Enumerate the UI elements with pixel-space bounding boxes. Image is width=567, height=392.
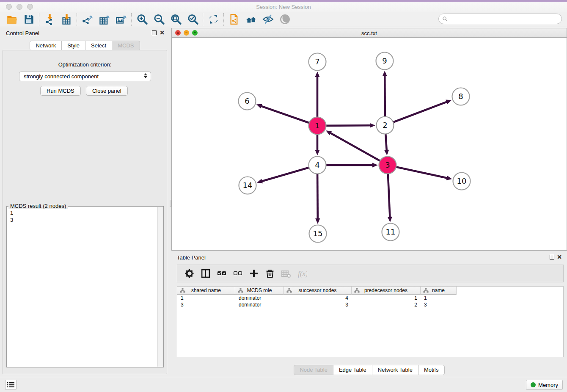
edge-arrow-icon	[315, 218, 320, 224]
edge-3-1[interactable]	[330, 133, 388, 165]
column-header-MCDS-role[interactable]: MCDS role	[235, 287, 284, 295]
graph-node-9[interactable]: 9	[376, 52, 394, 70]
home-layout-icon	[245, 14, 257, 25]
tab-network-table[interactable]: Network Table	[372, 365, 418, 375]
graph-node-4[interactable]: 4	[309, 157, 326, 174]
column-header-predecessor-nodes[interactable]: predecessor nodes	[352, 287, 421, 295]
duplicate-network-button[interactable]	[226, 13, 242, 26]
network-canvas[interactable]: 7968124314101511	[172, 38, 567, 250]
export-image-button[interactable]	[113, 13, 129, 26]
graph-node-11[interactable]: 11	[382, 224, 399, 241]
select-all-icon	[217, 268, 227, 279]
table-settings-button[interactable]	[182, 266, 198, 281]
export-network-button[interactable]	[79, 13, 96, 26]
optimization-criterion-label: Optimization criterion:	[3, 61, 167, 68]
column-header-shared-name[interactable]: shared name	[177, 287, 235, 295]
open-session-icon	[6, 14, 18, 25]
import-network-button[interactable]	[41, 13, 58, 26]
zoom-out-button[interactable]	[150, 13, 167, 26]
tab-select[interactable]: Select	[85, 41, 112, 51]
table-cell[interactable]: 1	[352, 295, 421, 301]
graph-node-6[interactable]: 6	[239, 93, 256, 110]
table-panel: Table Panel ✕ f(x) shared nameMCDS roles…	[171, 251, 567, 377]
export-table-button[interactable]	[96, 13, 113, 26]
export-table-icon	[99, 14, 110, 25]
list-icon	[7, 382, 14, 388]
status-bar: Memory	[0, 377, 567, 392]
zoom-in-icon	[136, 14, 148, 25]
graph-node-1[interactable]: 1	[309, 117, 326, 135]
delete-column-button[interactable]	[262, 266, 278, 281]
mcds-result-text[interactable]: 1 3	[7, 207, 156, 366]
graph-node-10[interactable]: 10	[453, 173, 471, 190]
graph-node-8[interactable]: 8	[452, 88, 470, 105]
search-box[interactable]	[438, 14, 562, 24]
edge-2-8[interactable]	[385, 102, 447, 125]
run-mcds-button[interactable]: Run MCDS	[40, 86, 81, 96]
window-title: Session: New Session	[0, 4, 567, 10]
delete-column-icon	[265, 268, 275, 279]
graph-node-3[interactable]: 3	[379, 157, 396, 174]
column-tree-icon	[286, 288, 292, 293]
tab-mcds[interactable]: MCDS	[112, 41, 140, 51]
zoom-in-button[interactable]	[133, 13, 150, 26]
column-header-name[interactable]: name	[421, 287, 457, 295]
add-column-button[interactable]	[246, 266, 262, 281]
graph-node-14[interactable]: 14	[239, 177, 256, 194]
table-cell[interactable]: 2	[352, 301, 421, 308]
zoom-fit-button[interactable]	[167, 13, 184, 26]
import-table-button[interactable]	[58, 13, 75, 26]
table-cell[interactable]: 1	[421, 295, 457, 301]
column-header-successor-nodes[interactable]: successor nodes	[284, 287, 352, 295]
tab-style[interactable]: Style	[62, 41, 85, 51]
table-cell[interactable]: 3	[177, 301, 235, 308]
graph-node-2[interactable]: 2	[377, 117, 394, 134]
float-table-panel-icon[interactable]	[550, 255, 554, 259]
close-panel-button[interactable]: Close panel	[86, 86, 128, 96]
mcds-result-scrollbar[interactable]	[157, 207, 163, 367]
refresh-button[interactable]	[205, 13, 222, 26]
tab-node-table[interactable]: Node Table	[294, 365, 333, 375]
svg-text:6: 6	[245, 97, 249, 105]
float-panel-icon[interactable]	[152, 30, 157, 35]
edge-3-10[interactable]	[388, 165, 448, 178]
svg-text:15: 15	[313, 229, 323, 238]
graph-node-15[interactable]: 15	[309, 225, 327, 243]
task-history-button[interactable]	[5, 380, 17, 390]
split-panel-button[interactable]	[198, 266, 214, 281]
table-row[interactable]: 3dominator323	[177, 301, 563, 308]
toggle-view-button[interactable]	[276, 13, 293, 26]
deselect-all-button[interactable]	[230, 266, 246, 281]
zoom-fit-icon	[170, 14, 182, 25]
network-window-titlebar[interactable]: x−+ scc.txt	[172, 28, 567, 38]
network-view-window: x−+ scc.txt 7968124314101511	[171, 28, 567, 251]
export-image-icon	[116, 14, 127, 25]
toolbar-group	[39, 13, 77, 26]
save-session-button[interactable]	[20, 13, 37, 26]
tab-motifs[interactable]: Motifs	[418, 365, 445, 375]
table-cell[interactable]: dominator	[235, 295, 284, 301]
edge-arrow-icon	[372, 163, 378, 167]
hide-panel-button[interactable]	[259, 13, 276, 26]
table-cell[interactable]: 1	[177, 295, 235, 301]
optimization-criterion-select[interactable]: strongly connected component	[19, 72, 151, 81]
zoom-selected-button[interactable]	[184, 13, 201, 26]
table-cell[interactable]: 3	[421, 301, 457, 308]
table-row[interactable]: 1dominator411	[177, 295, 563, 301]
network-graph[interactable]: 7968124314101511	[172, 38, 567, 250]
search-input[interactable]	[448, 15, 561, 23]
select-all-button[interactable]	[214, 266, 230, 281]
table-cell[interactable]: 3	[284, 301, 352, 308]
tab-edge-table[interactable]: Edge Table	[333, 365, 372, 375]
open-session-button[interactable]	[3, 13, 20, 26]
close-table-panel-icon[interactable]: ✕	[557, 255, 562, 259]
table-cell[interactable]: dominator	[235, 301, 284, 308]
splitter-grip[interactable]	[170, 200, 171, 207]
memory-button[interactable]: Memory	[526, 380, 563, 390]
graph-node-7[interactable]: 7	[309, 53, 326, 71]
edge-arrow-icon	[370, 123, 375, 128]
home-layout-button[interactable]	[242, 13, 259, 26]
close-panel-icon[interactable]: ✕	[160, 30, 165, 35]
tab-network[interactable]: Network	[30, 41, 62, 51]
table-cell[interactable]: 4	[284, 295, 352, 301]
